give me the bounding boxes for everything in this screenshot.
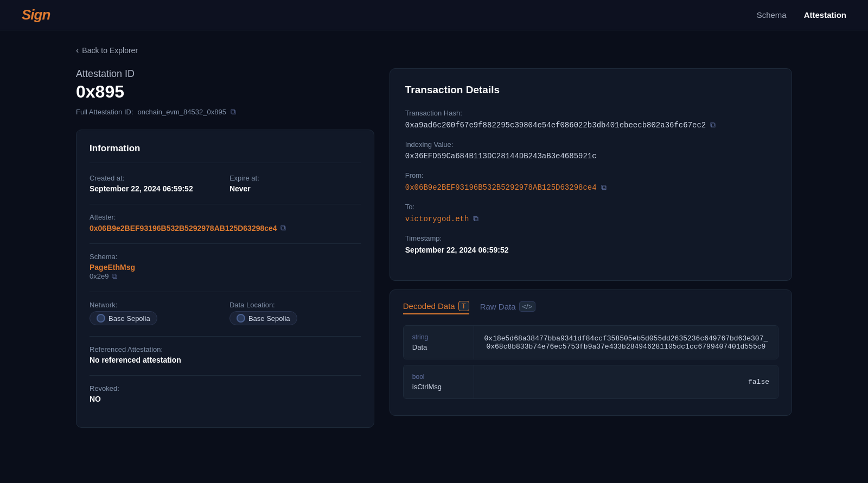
tx-indexing-label: Indexing Value: [405, 140, 776, 149]
copy-tx-hash-icon[interactable]: ⧉ [710, 120, 716, 130]
revoked-field: Revoked: NO [90, 384, 361, 403]
tx-to-value[interactable]: victorygod.eth [405, 215, 469, 223]
back-to-explorer-link[interactable]: ‹ Back to Explorer [76, 46, 792, 55]
created-expire-row: Created at: September 22, 2024 06:59:52 … [90, 174, 361, 193]
tx-timestamp-value: September 22, 2024 06:59:52 [405, 246, 776, 254]
attester-value[interactable]: 0x06B9e2BEF93196B532B5292978AB125D63298c… [90, 224, 277, 233]
copy-schema-icon[interactable]: ⧉ [112, 272, 117, 281]
divider-3 [90, 292, 361, 292]
attestation-id: 0x895 [76, 82, 374, 102]
network-badge: Base Sepolia [90, 311, 221, 325]
decoded-tab-icon: T [458, 301, 469, 311]
tx-to-value-row: victorygod.eth ⧉ [405, 214, 776, 223]
copy-from-icon[interactable]: ⧉ [601, 183, 607, 192]
schema-row: Schema: PageEthMsg 0x2e9 ⧉ [90, 253, 361, 281]
tx-hash-field: Transaction Hash: 0xa9ad6c200f67e9f88229… [405, 109, 776, 130]
attestation-title: Attestation ID [76, 68, 374, 80]
revoked-value: NO [90, 395, 361, 403]
copy-full-id-icon[interactable]: ⧉ [231, 107, 236, 117]
revoked-label: Revoked: [90, 384, 361, 392]
network-value: Base Sepolia [108, 314, 150, 323]
attester-row: Attester: 0x06B9e2BEF93196B532B5292978AB… [90, 213, 361, 233]
network-dot-icon [97, 314, 105, 323]
tx-from-field: From: 0x06B9e2BEF93196B532B5292978AB125D… [405, 171, 776, 192]
data-value-cell-0: 0x18e5d68a38477bba9341df84ccf358505eb5d0… [474, 326, 778, 359]
right-panel: Transaction Details Transaction Hash: 0x… [390, 68, 792, 416]
data-location-dot-icon [237, 314, 245, 323]
network-field: Network: Base Sepolia [90, 301, 221, 325]
nav: Schema Attestation [757, 10, 846, 20]
page-grid: Attestation ID 0x895 Full Attestation ID… [76, 68, 792, 428]
tx-hash-label: Transaction Hash: [405, 109, 776, 117]
tx-from-label: From: [405, 171, 776, 179]
schema-name-value[interactable]: PageEthMsg [90, 263, 361, 272]
attester-field: Attester: 0x06B9e2BEF93196B532B5292978AB… [90, 213, 361, 233]
data-field-name-0: Data [412, 343, 465, 351]
header: Sign Schema Attestation [0, 0, 868, 30]
tx-timestamp-label: Timestamp: [405, 234, 776, 242]
transaction-card: Transaction Details Transaction Hash: 0x… [390, 68, 792, 281]
main-content: ‹ Back to Explorer Attestation ID 0x895 … [0, 30, 868, 449]
data-location-label: Data Location: [229, 301, 361, 309]
nav-attestation[interactable]: Attestation [804, 10, 846, 20]
created-at-label: Created at: [90, 174, 221, 182]
expire-at-value: Never [229, 184, 361, 193]
data-tabs: Decoded Data T Raw Data </> [403, 301, 778, 314]
expire-at-field: Expire at: Never [229, 174, 361, 193]
data-location-badge: Base Sepolia [229, 311, 361, 325]
schema-id-row: 0x2e9 ⧉ [90, 272, 361, 281]
tx-to-field: To: victorygod.eth ⧉ [405, 203, 776, 223]
decoded-data-label: Decoded Data [403, 301, 455, 311]
referenced-row: Referenced Attestation: No referenced at… [90, 345, 361, 364]
data-card: Decoded Data T Raw Data </> string Data … [390, 289, 792, 416]
data-location-field: Data Location: Base Sepolia [229, 301, 361, 325]
raw-data-tab[interactable]: Raw Data </> [480, 301, 536, 314]
data-type-label-1: bool [412, 373, 465, 381]
tx-timestamp-field: Timestamp: September 22, 2024 06:59:52 [405, 234, 776, 254]
full-id-row: Full Attestation ID: onchain_evm_84532_0… [76, 107, 374, 117]
copy-to-icon[interactable]: ⧉ [473, 214, 478, 223]
schema-field: Schema: PageEthMsg 0x2e9 ⧉ [90, 253, 361, 281]
left-panel: Attestation ID 0x895 Full Attestation ID… [76, 68, 374, 428]
tx-hash-value: 0xa9ad6c200f67e9f882295c39804e54ef086022… [405, 121, 706, 130]
tx-from-value-row: 0x06B9e2BEF93196B532B5292978AB125D63298c… [405, 183, 776, 192]
data-type-cell-1: bool isCtrlMsg [404, 365, 474, 398]
copy-attester-icon[interactable]: ⧉ [280, 223, 286, 233]
revoked-row: Revoked: NO [90, 384, 361, 403]
attester-value-row: 0x06B9e2BEF93196B532B5292978AB125D63298c… [90, 223, 361, 233]
back-label: Back to Explorer [82, 46, 138, 55]
info-card-title: Information [90, 143, 361, 163]
created-at-field: Created at: September 22, 2024 06:59:52 [90, 174, 221, 193]
tx-from-value[interactable]: 0x06B9e2BEF93196B532B5292978AB125D63298c… [405, 183, 597, 192]
data-field-name-1: isCtrlMsg [412, 383, 465, 391]
referenced-field: Referenced Attestation: No referenced at… [90, 345, 361, 364]
attester-label: Attester: [90, 213, 361, 221]
tx-card-title: Transaction Details [405, 84, 776, 96]
full-id-value: onchain_evm_84532_0x895 [138, 108, 226, 116]
data-row-1: bool isCtrlMsg false [403, 365, 778, 399]
nav-schema[interactable]: Schema [757, 10, 787, 20]
tx-indexing-field: Indexing Value: 0x36EFD59Ca684B113DC2814… [405, 140, 776, 160]
tx-hash-value-row: 0xa9ad6c200f67e9f882295c39804e54ef086022… [405, 120, 776, 130]
data-type-cell-0: string Data [404, 326, 474, 359]
divider-1 [90, 204, 361, 204]
expire-at-label: Expire at: [229, 174, 361, 182]
back-chevron-icon: ‹ [76, 46, 79, 55]
raw-tab-icon: </> [519, 301, 536, 312]
tx-to-label: To: [405, 203, 776, 211]
data-value-cell-1: false [474, 365, 778, 398]
divider-4 [90, 336, 361, 337]
tx-indexing-value: 0x36EFD59Ca684B113DC28144DB243aB3e468592… [405, 152, 776, 160]
raw-data-label: Raw Data [480, 302, 516, 311]
network-label: Network: [90, 301, 221, 309]
data-row-0: string Data 0x18e5d68a38477bba9341df84cc… [403, 325, 778, 359]
divider-5 [90, 375, 361, 376]
schema-label: Schema: [90, 253, 361, 261]
referenced-value: No referenced attestation [90, 356, 361, 364]
decoded-data-tab[interactable]: Decoded Data T [403, 301, 469, 314]
created-at-value: September 22, 2024 06:59:52 [90, 184, 221, 193]
info-card: Information Created at: September 22, 20… [76, 130, 374, 428]
referenced-label: Referenced Attestation: [90, 345, 361, 353]
full-id-label: Full Attestation ID: [76, 108, 133, 116]
divider-2 [90, 243, 361, 244]
